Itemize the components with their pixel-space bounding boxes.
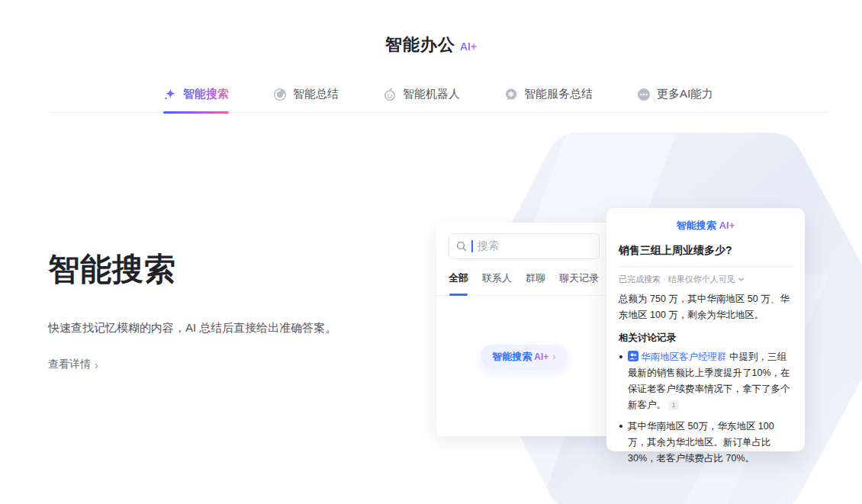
tab-label: 智能总结 xyxy=(293,87,339,101)
tab-label: 智能搜索 xyxy=(183,87,229,101)
page-title-ai-badge: AI+ xyxy=(460,40,477,53)
ai-header-label: 智能搜索 xyxy=(677,220,716,231)
list-item: 其中华南地区 50万，华东地区 100 万，其余为华北地区。新订单占比 30%，… xyxy=(619,419,793,467)
more-dots-icon xyxy=(637,88,651,101)
search-tab-chat-history[interactable]: 聊天记录 xyxy=(559,271,599,285)
search-tab-groups[interactable]: 群聊 xyxy=(526,271,545,285)
tab-smart-robot[interactable]: 智能机器人 xyxy=(383,76,460,112)
search-tab-contacts[interactable]: 联系人 xyxy=(482,271,512,285)
chevron-down-icon xyxy=(738,276,745,283)
robot-icon xyxy=(383,88,397,101)
view-details-label: 查看详情 xyxy=(48,358,91,371)
ai-question: 销售三组上周业绩多少? xyxy=(619,244,793,258)
smart-search-ai-button[interactable]: 智能搜索 AI+ › xyxy=(481,345,567,368)
search-result-tabs: 全部 联系人 群聊 聊天记录 xyxy=(436,271,612,296)
pill-ai-badge: AI+ xyxy=(534,352,548,362)
hero-copy: 智能搜索 快速查找记忆模糊的内容，AI 总结后直接给出准确答案。 查看详情 › xyxy=(48,249,384,371)
bullet-text: 其中华南地区 50万，华东地区 100 万，其余为华北地区。新订单占比 30%，… xyxy=(628,421,774,464)
text-cursor xyxy=(471,240,473,252)
view-details-link[interactable]: 查看详情 › xyxy=(48,358,98,371)
search-tab-all[interactable]: 全部 xyxy=(449,271,468,285)
list-item: 华南地区客户经理群 中提到，三组最新的销售额比上季度提升了10%，在保证老客户续… xyxy=(619,349,793,414)
hero-section: 智能搜索 快速查找记忆模糊的内容，AI 总结后直接给出准确答案。 查看详情 › … xyxy=(0,113,862,504)
tab-label: 智能机器人 xyxy=(403,87,460,101)
footnote-badge[interactable]: 1 xyxy=(668,400,679,410)
group-chat-link[interactable]: 华南地区客户经理群 xyxy=(641,352,727,362)
page-title: 智能办公 xyxy=(385,35,455,54)
group-chat-icon xyxy=(628,351,638,361)
search-placeholder: 搜索 xyxy=(478,239,499,253)
ai-header-badge: AI+ xyxy=(719,220,735,231)
tab-label: 智能服务总结 xyxy=(524,87,593,101)
chevron-right-icon: › xyxy=(95,359,98,371)
ai-panel-header: 智能搜索AI+ xyxy=(619,219,793,233)
tab-smart-service-summary[interactable]: 智能服务总结 xyxy=(504,76,593,112)
summary-swirl-icon xyxy=(273,88,287,101)
feature-tabs: 智能搜索 智能总结 智能机器人 xyxy=(48,76,828,112)
pill-label: 智能搜索 xyxy=(492,350,532,364)
search-card-body: 智能搜索 AI+ › xyxy=(449,296,600,368)
sparkle-icon xyxy=(163,88,177,101)
service-chat-icon xyxy=(504,88,518,101)
related-discussions-title: 相关讨论记录 xyxy=(619,332,793,345)
hero-description: 快速查找记忆模糊的内容，AI 总结后直接给出准确答案。 xyxy=(48,319,384,337)
tab-smart-summary[interactable]: 智能总结 xyxy=(273,76,339,112)
ai-status-row[interactable]: 已完成搜索 · 结果仅你个人可见 xyxy=(619,274,793,285)
ai-answer-text: 总额为 750 万，其中华南地区 50 万、华东地区 100 万，剩余为华北地区… xyxy=(619,291,793,324)
ai-status-text: 已完成搜索 · 结果仅你个人可见 xyxy=(619,274,735,285)
feature-tabbar: 智能搜索 智能总结 智能机器人 xyxy=(48,76,828,113)
tab-smart-search[interactable]: 智能搜索 xyxy=(163,76,229,112)
chevron-right-icon: › xyxy=(552,351,555,362)
page: 智能办公AI+ 智能搜索 智能总结 xyxy=(0,0,862,504)
tab-label: 更多AI能力 xyxy=(657,87,713,101)
page-header: 智能办公AI+ xyxy=(0,34,862,56)
related-discussions-list: 华南地区客户经理群 中提到，三组最新的销售额比上季度提升了10%，在保证老客户续… xyxy=(619,349,793,467)
ai-answer-panel: 智能搜索AI+ 销售三组上周业绩多少? 已完成搜索 · 结果仅你个人可见 总额为… xyxy=(606,208,805,451)
divider xyxy=(619,266,793,267)
hero-heading: 智能搜索 xyxy=(48,249,384,291)
search-demo-card: 搜索 全部 联系人 群聊 聊天记录 智能搜索 AI+ › xyxy=(436,223,612,436)
search-input[interactable]: 搜索 xyxy=(449,233,600,259)
tab-more-ai[interactable]: 更多AI能力 xyxy=(637,76,713,112)
search-icon xyxy=(456,241,467,252)
